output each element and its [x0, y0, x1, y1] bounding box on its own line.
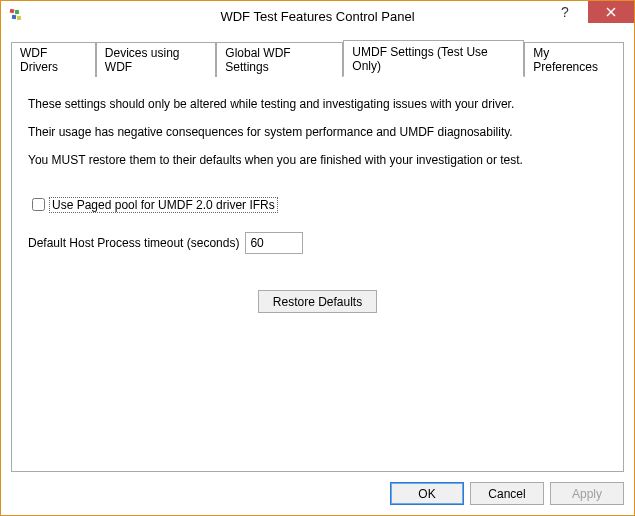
tab-global-wdf-settings[interactable]: Global WDF Settings: [216, 42, 343, 77]
tab-label: My Preferences: [533, 46, 598, 74]
tab-label: UMDF Settings (Test Use Only): [352, 45, 487, 73]
restore-defaults-button[interactable]: Restore Defaults: [258, 290, 377, 313]
paged-pool-row: Use Paged pool for UMDF 2.0 driver IFRs: [28, 195, 607, 214]
ok-button[interactable]: OK: [390, 482, 464, 505]
svg-rect-1: [15, 10, 20, 15]
intro-text-1: These settings should only be altered wh…: [28, 97, 607, 111]
tab-label: WDF Drivers: [20, 46, 58, 74]
restore-defaults-wrap: Restore Defaults: [28, 290, 607, 313]
svg-rect-2: [12, 15, 16, 19]
tab-umdf-settings[interactable]: UMDF Settings (Test Use Only): [343, 40, 524, 77]
window-controls: ?: [542, 1, 634, 31]
intro-text-2: Their usage has negative consequences fo…: [28, 125, 607, 139]
apply-button[interactable]: Apply: [550, 482, 624, 505]
tab-label: Devices using WDF: [105, 46, 180, 74]
button-label: Apply: [572, 487, 602, 501]
button-label: OK: [418, 487, 435, 501]
paged-pool-label: Use Paged pool for UMDF 2.0 driver IFRs: [49, 197, 278, 213]
window-title: WDF Test Features Control Panel: [1, 9, 634, 24]
svg-rect-0: [10, 9, 15, 14]
button-label: Cancel: [488, 487, 525, 501]
client-area: WDF Drivers Devices using WDF Global WDF…: [1, 31, 634, 515]
titlebar: WDF Test Features Control Panel ?: [1, 1, 634, 31]
paged-pool-checkbox[interactable]: [32, 198, 45, 211]
button-label: Restore Defaults: [273, 295, 362, 309]
intro-text-3: You MUST restore them to their defaults …: [28, 153, 607, 167]
tab-my-preferences[interactable]: My Preferences: [524, 42, 624, 77]
timeout-row: Default Host Process timeout (seconds): [28, 232, 607, 254]
tab-devices-using-wdf[interactable]: Devices using WDF: [96, 42, 217, 77]
dialog-footer: OK Cancel Apply: [11, 472, 624, 505]
svg-rect-3: [17, 16, 21, 20]
tabstrip: WDF Drivers Devices using WDF Global WDF…: [11, 39, 624, 76]
help-button[interactable]: ?: [542, 1, 588, 23]
tab-wdf-drivers[interactable]: WDF Drivers: [11, 42, 96, 77]
close-button[interactable]: [588, 1, 634, 23]
cancel-button[interactable]: Cancel: [470, 482, 544, 505]
timeout-input[interactable]: [245, 232, 303, 254]
tab-label: Global WDF Settings: [225, 46, 290, 74]
app-icon: [9, 8, 25, 24]
tabpanel-umdf-settings: These settings should only be altered wh…: [11, 76, 624, 472]
timeout-label: Default Host Process timeout (seconds): [28, 236, 239, 250]
